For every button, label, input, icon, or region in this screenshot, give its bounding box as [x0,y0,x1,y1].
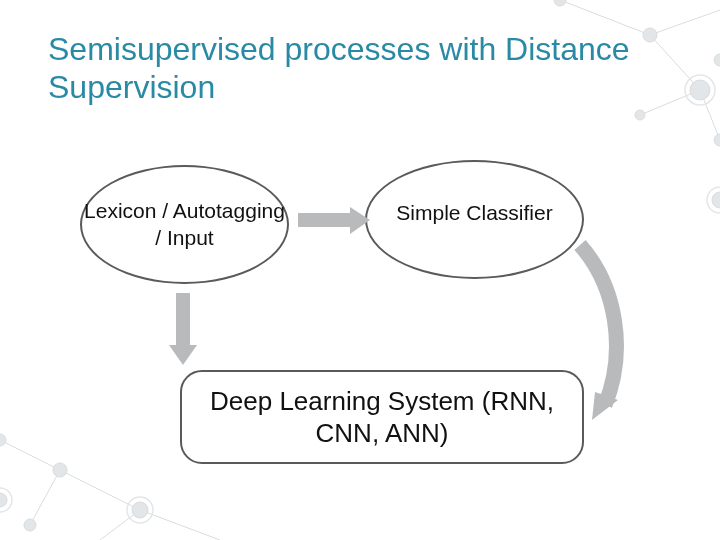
svg-marker-29 [169,345,197,365]
svg-marker-27 [350,207,370,234]
svg-rect-28 [176,293,190,345]
arrow-classifier-to-deep [580,245,618,420]
slide: Semisupervised processes with Distance S… [0,0,720,540]
arrows-layer [0,0,720,540]
svg-rect-26 [298,213,350,227]
arrow-lexicon-to-deep [169,293,197,365]
arrow-lexicon-to-classifier [298,207,370,234]
